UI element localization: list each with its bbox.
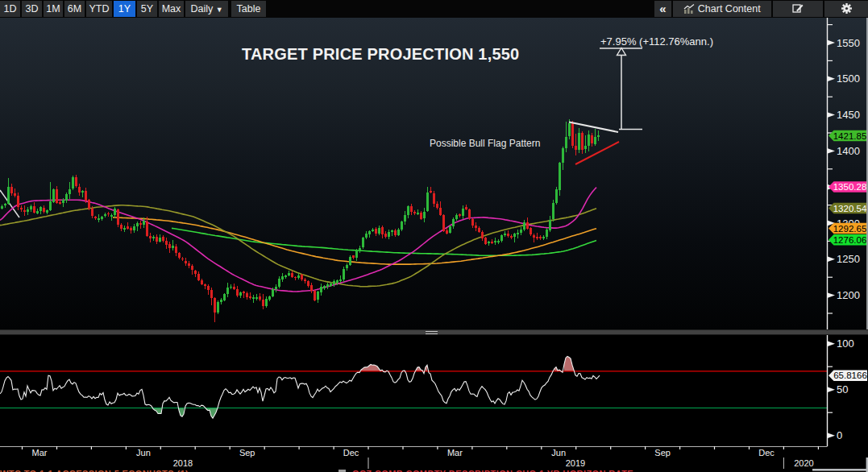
svg-text:65.8166: 65.8166 <box>833 371 867 380</box>
svg-text:Dec: Dec <box>758 448 775 458</box>
svg-text:Mar: Mar <box>32 448 48 458</box>
svg-text:2018: 2018 <box>173 458 193 468</box>
svg-text:Possible Bull Flag Pattern: Possible Bull Flag Pattern <box>430 138 540 149</box>
svg-text:1400: 1400 <box>837 145 860 157</box>
svg-text:0: 0 <box>837 429 842 441</box>
svg-text:1450: 1450 <box>837 109 860 121</box>
svg-text:1550: 1550 <box>837 37 860 49</box>
svg-text:100: 100 <box>837 337 854 350</box>
svg-text:1200: 1200 <box>837 289 860 301</box>
svg-text:Dec: Dec <box>343 448 359 458</box>
svg-text:1320.54: 1320.54 <box>833 204 867 213</box>
svg-text:Sep: Sep <box>654 448 671 458</box>
svg-text:Sep: Sep <box>239 448 255 458</box>
svg-text:1350.28: 1350.28 <box>833 182 867 192</box>
svg-text:+7.95% (+112.76%ann.): +7.95% (+112.76%ann.) <box>600 35 713 48</box>
svg-text:Mar: Mar <box>447 448 463 458</box>
svg-text:Jun: Jun <box>136 448 151 458</box>
svg-text:1421.85: 1421.85 <box>833 131 867 141</box>
svg-text:TARGET PRICE PROJECTION 1,550: TARGET PRICE PROJECTION 1,550 <box>242 45 519 63</box>
svg-text:1292.65: 1292.65 <box>833 224 867 234</box>
svg-text:50: 50 <box>837 383 848 395</box>
svg-text:2019: 2019 <box>566 458 585 468</box>
svg-text:1500: 1500 <box>837 72 860 85</box>
svg-text:1250: 1250 <box>837 253 860 265</box>
svg-text:Jun: Jun <box>551 448 566 458</box>
svg-text:2020: 2020 <box>794 458 813 468</box>
svg-text:1276.06: 1276.06 <box>833 235 867 245</box>
